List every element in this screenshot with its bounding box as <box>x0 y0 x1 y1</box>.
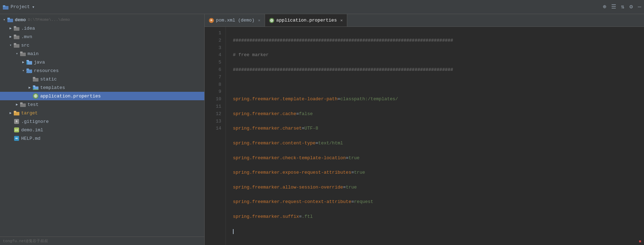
tree-item-demo[interactable]: ▾ demo D:\TFHome\...\demo <box>0 16 204 24</box>
tree-label-templates: templates <box>40 85 65 90</box>
line-numbers: 1 2 3 4 5 6 7 8 9 10 11 12 13 14 <box>205 27 226 245</box>
file-icon-gitignore: G <box>13 119 20 124</box>
tree-item-demo-iml[interactable]: ▶ iml demo.iml <box>0 126 204 134</box>
folder-icon-templates <box>32 85 39 90</box>
main-area: ▾ demo D:\TFHome\...\demo ▶ .idea ▶ <box>0 14 644 245</box>
code-line-12: spring.freemarker.request-context-attrib… <box>233 198 644 206</box>
tree-item-static[interactable]: ▶ static <box>0 75 204 83</box>
code-line-1: ########################################… <box>233 37 644 44</box>
tree-path-demo: D:\TFHome\...\demo <box>28 18 70 22</box>
code-line-10: spring.freemarker.expose-request-attribu… <box>233 169 644 177</box>
tree-item-target[interactable]: ▶ target <box>0 109 204 117</box>
chevron-idea: ▶ <box>8 26 13 30</box>
svg-rect-30 <box>14 111 16 113</box>
tree-label-java: java <box>34 60 45 65</box>
minimize-icon[interactable]: — <box>638 4 641 10</box>
tab-pom-xml[interactable]: m pom.xml (demo) ✕ <box>205 14 265 26</box>
corner-mark: ■ <box>639 239 641 244</box>
tree-label-demo-iml: demo.iml <box>21 127 43 133</box>
folder-icon-target <box>13 110 20 116</box>
tree-label-resources: resources <box>34 68 59 73</box>
tree-item-idea[interactable]: ▶ .idea <box>0 24 204 32</box>
tree-item-main[interactable]: ▾ main <box>0 49 204 58</box>
tree-item-application-properties[interactable]: ▶ application.properties <box>0 92 204 100</box>
code-line-3: ########################################… <box>233 66 644 74</box>
watermark-text: tongfu.net@鬼谷子叔叔 <box>3 239 48 243</box>
file-tree: ▾ demo D:\TFHome\...\demo ▶ .idea ▶ <box>0 14 204 237</box>
tree-label-application-properties: application.properties <box>40 94 101 99</box>
code-line-14 <box>233 228 644 235</box>
top-bar: Project ▾ ⊕ ☰ ⇅ ⚙ — <box>0 0 644 14</box>
collapse-all-icon[interactable]: ☰ <box>611 4 616 10</box>
tree-label-src: src <box>21 43 29 48</box>
folder-icon-src <box>13 42 20 48</box>
tab-close-pom[interactable]: ✕ <box>258 18 260 23</box>
project-dropdown-icon[interactable]: ▾ <box>32 4 35 10</box>
tree-label-main: main <box>28 51 38 56</box>
tree-label-mvn: .mvn <box>21 34 32 40</box>
folder-icon-test <box>20 102 26 107</box>
code-line-6: spring.freemarker.cache=false <box>233 110 644 118</box>
tree-item-templates[interactable]: ▶ templates <box>0 83 204 92</box>
folder-icon-idea <box>13 25 20 31</box>
project-folder-icon <box>3 5 8 10</box>
chevron-test: ▶ <box>14 102 20 107</box>
tree-item-java[interactable]: ▶ java <box>0 58 204 66</box>
tab-label-pom: pom.xml (demo) <box>216 18 254 23</box>
chevron-resources: ▾ <box>20 68 26 73</box>
tree-item-src[interactable]: ▾ src <box>0 41 204 49</box>
code-line-11: spring.freemarker.allow-session-override… <box>233 184 644 191</box>
svg-rect-7 <box>14 35 16 36</box>
pom-tab-icon: m <box>209 18 214 23</box>
svg-point-26 <box>35 95 36 97</box>
top-bar-actions: ⊕ ☰ ⇅ ⚙ — <box>603 4 641 10</box>
tree-label-static: static <box>40 77 57 82</box>
editor-panel: m pom.xml (demo) ✕ application.propertie… <box>205 14 644 245</box>
settings-icon[interactable]: ⚙ <box>630 4 633 10</box>
chevron-demo: ▾ <box>1 18 7 22</box>
tree-label-demo: demo <box>15 17 26 23</box>
add-icon[interactable]: ⊕ <box>603 4 606 10</box>
svg-rect-3 <box>7 18 10 19</box>
tree-item-resources[interactable]: ▾ resources <box>0 66 204 75</box>
code-line-7: spring.freemarker.charset=UTF-8 <box>233 125 644 132</box>
code-content[interactable]: ########################################… <box>226 27 644 245</box>
expand-icon[interactable]: ⇅ <box>621 4 625 10</box>
svg-rect-20 <box>33 77 35 79</box>
svg-rect-14 <box>26 61 28 65</box>
code-line-8: spring.freemarker.content-type=text/html <box>233 140 644 147</box>
file-icon-iml: iml <box>13 127 20 133</box>
svg-rect-5 <box>14 26 16 28</box>
tree-item-mvn[interactable]: ▶ .mvn <box>0 32 204 41</box>
tree-item-help-md[interactable]: ▶ MD HELP.md <box>0 134 204 143</box>
code-line-9: spring.freemarker.check-template-locatio… <box>233 155 644 162</box>
chevron-java: ▶ <box>20 60 26 64</box>
tree-item-test[interactable]: ▶ test <box>0 100 204 109</box>
folder-icon-main <box>20 51 26 56</box>
tree-label-test: test <box>28 102 38 107</box>
settings-tab-icon <box>269 18 274 23</box>
chevron-main: ▾ <box>14 52 20 56</box>
chevron-templates: ▶ <box>27 85 32 90</box>
code-line-5: spring.freemarker.template-loader-path=c… <box>233 96 644 103</box>
svg-point-32 <box>271 20 272 20</box>
svg-rect-11 <box>20 52 23 53</box>
tab-close-app-props[interactable]: ✕ <box>340 18 343 23</box>
svg-rect-9 <box>14 43 16 45</box>
svg-rect-28 <box>20 102 23 104</box>
tree-label-idea: .idea <box>21 26 35 31</box>
folder-icon-mvn <box>13 34 20 40</box>
svg-rect-1 <box>3 5 5 7</box>
code-line-13: spring.freemarker.suffix=.ftl <box>233 213 644 221</box>
tree-item-gitignore[interactable]: ▶ G .gitignore <box>0 117 204 126</box>
tree-label-help-md: HELP.md <box>21 136 41 141</box>
editor-tabs: m pom.xml (demo) ✕ application.propertie… <box>205 14 644 27</box>
tab-application-properties[interactable]: application.properties ✕ <box>265 14 347 26</box>
folder-icon-static <box>32 76 39 82</box>
code-line-2: # free marker <box>233 52 644 59</box>
editor-content: 1 2 3 4 5 6 7 8 9 10 11 12 13 14 #######… <box>205 27 644 245</box>
chevron-mvn: ▶ <box>8 35 13 39</box>
project-panel-title: Project ▾ <box>3 4 35 10</box>
folder-icon-demo <box>7 17 13 23</box>
code-line-4 <box>233 81 644 89</box>
